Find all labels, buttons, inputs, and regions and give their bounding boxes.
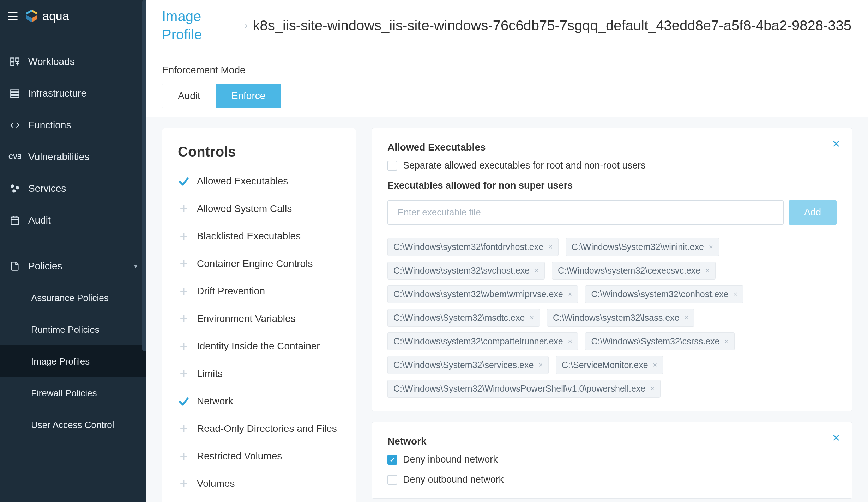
nav-vulnerabilities[interactable]: CVƎ Vulnerabilities	[0, 141, 146, 173]
plus-icon: +	[178, 450, 190, 462]
remove-tag-icon[interactable]: ×	[653, 361, 657, 369]
remove-tag-icon[interactable]: ×	[650, 385, 655, 393]
deny-outbound-checkbox[interactable]	[387, 475, 397, 485]
tag-text: C:\Windows\system32\compattelrunner.exe	[393, 336, 563, 347]
executable-tag: C:\Windows\System32\msdtc.exe×	[387, 309, 540, 327]
control-label: Allowed Executables	[197, 176, 288, 187]
control-label: Container Engine Controls	[197, 258, 313, 269]
card-title: Allowed Executables	[387, 142, 837, 153]
control-item[interactable]: +Blacklisted Executables	[178, 230, 340, 242]
control-item[interactable]: Allowed Executables	[178, 175, 340, 187]
sidebar: aqua Workloads Infrastructure Functions …	[0, 0, 146, 502]
subnav-image-profiles[interactable]: Image Profiles	[0, 345, 146, 377]
remove-tag-icon[interactable]: ×	[705, 267, 710, 275]
executable-tag: C:\Windows\System32\csrss.exe×	[585, 332, 735, 350]
separate-root-checkbox[interactable]	[387, 161, 397, 171]
nav-infrastructure[interactable]: Infrastructure	[0, 78, 146, 109]
tag-text: C:\ServiceMonitor.exe	[562, 360, 648, 370]
executable-tag: C:\ServiceMonitor.exe×	[556, 356, 663, 374]
nav-services[interactable]: Services	[0, 173, 146, 204]
sidebar-scrollbar[interactable]	[142, 0, 146, 351]
workloads-icon	[9, 56, 20, 67]
remove-tag-icon[interactable]: ×	[568, 337, 572, 345]
control-label: Environment Variables	[197, 313, 296, 324]
control-label: Limits	[197, 368, 223, 379]
executable-tag: C:\Windows\system32\lsass.exe×	[547, 309, 694, 327]
remove-tag-icon[interactable]: ×	[538, 361, 543, 369]
chevron-down-icon: ▾	[134, 262, 137, 270]
breadcrumb-root[interactable]: Image Profile	[162, 7, 240, 44]
control-item[interactable]: +Container Engine Controls	[178, 258, 340, 270]
audit-mode-button[interactable]: Audit	[162, 84, 216, 108]
remove-tag-icon[interactable]: ×	[530, 314, 534, 322]
deny-outbound-label: Deny outbound network	[403, 474, 504, 485]
plus-icon: +	[178, 368, 190, 380]
control-item[interactable]: +Volumes	[178, 478, 340, 490]
plus-icon: +	[178, 340, 190, 352]
executable-tag: C:\Windows\system32\compattelrunner.exe×	[387, 332, 578, 350]
control-label: Allowed System Calls	[197, 203, 292, 214]
control-item[interactable]: +Read-Only Directories and Files	[178, 423, 340, 435]
close-icon[interactable]: ✕	[832, 138, 840, 150]
remove-tag-icon[interactable]: ×	[535, 267, 539, 275]
nav-functions[interactable]: Functions	[0, 109, 146, 141]
brand-logo[interactable]: aqua	[25, 9, 69, 23]
close-icon[interactable]: ✕	[832, 432, 840, 444]
remove-tag-icon[interactable]: ×	[733, 290, 737, 298]
nav-audit[interactable]: Audit	[0, 204, 146, 236]
executable-tag: C:\Windows\system32\conhost.exe×	[585, 285, 743, 303]
svg-point-13	[12, 189, 16, 192]
infrastructure-icon	[9, 88, 20, 99]
control-item[interactable]: +Limits	[178, 368, 340, 380]
separate-root-row: Separate allowed executables for root an…	[387, 160, 837, 171]
control-label: Restricted Volumes	[197, 451, 282, 462]
controls-panel: Controls Allowed Executables+Allowed Sys…	[162, 128, 356, 502]
logo-cube-icon	[25, 9, 39, 23]
remove-tag-icon[interactable]: ×	[709, 243, 713, 251]
control-item[interactable]: +Drift Prevention	[178, 285, 340, 297]
remove-tag-icon[interactable]: ×	[724, 337, 729, 345]
control-item[interactable]: +Allowed System Calls	[178, 203, 340, 215]
control-item[interactable]: +Identity Inside the Container	[178, 340, 340, 352]
svg-rect-10	[11, 96, 19, 98]
tag-text: C:\Windows\system32\conhost.exe	[591, 289, 728, 299]
nav-policies[interactable]: Policies ▾	[0, 250, 146, 282]
add-button[interactable]: Add	[789, 200, 837, 225]
control-item[interactable]: +Environment Variables	[178, 313, 340, 325]
subnav-runtime-policies[interactable]: Runtime Policies	[0, 314, 146, 345]
menu-icon[interactable]	[8, 12, 18, 20]
vulnerabilities-icon: CVƎ	[9, 151, 20, 163]
enforcement-mode-label: Enforcement Mode	[162, 65, 852, 76]
tag-text: C:\Windows\System32\WindowsPowerShell\v1…	[393, 384, 645, 394]
enforce-mode-button[interactable]: Enforce	[216, 84, 281, 108]
plus-icon: +	[178, 313, 190, 325]
functions-icon	[9, 120, 20, 131]
executable-tag: C:\Windows\System32\WindowsPowerShell\v1…	[387, 380, 661, 398]
allowed-executables-card: ✕ Allowed Executables Separate allowed e…	[372, 128, 852, 411]
control-label: Read-Only Directories and Files	[197, 423, 337, 434]
nav-label: Audit	[28, 215, 51, 226]
svg-rect-9	[11, 93, 19, 95]
deny-inbound-checkbox[interactable]	[387, 455, 397, 465]
remove-tag-icon[interactable]: ×	[548, 243, 553, 251]
network-card: ✕ Network Deny inbound network Deny outb…	[372, 422, 852, 499]
control-label: Drift Prevention	[197, 286, 265, 297]
nav-label: Services	[28, 183, 66, 194]
svg-point-12	[16, 186, 19, 189]
executable-tag: C:\Windows\system32\svchost.exe×	[387, 262, 545, 280]
executable-input-row: Add	[387, 200, 837, 225]
control-item[interactable]: +Restricted Volumes	[178, 450, 340, 462]
subnav-assurance-policies[interactable]: Assurance Policies	[0, 282, 146, 314]
control-item[interactable]: Network	[178, 395, 340, 407]
policies-icon	[9, 261, 20, 272]
executable-input[interactable]	[387, 200, 784, 225]
deny-inbound-row: Deny inbound network	[387, 454, 837, 465]
svg-point-11	[11, 184, 14, 188]
services-icon	[9, 183, 20, 194]
remove-tag-icon[interactable]: ×	[568, 290, 572, 298]
plus-icon: +	[178, 285, 190, 297]
remove-tag-icon[interactable]: ×	[684, 314, 688, 322]
subnav-user-access-control[interactable]: User Access Control	[0, 409, 146, 441]
nav-workloads[interactable]: Workloads	[0, 46, 146, 78]
subnav-firewall-policies[interactable]: Firewall Policies	[0, 377, 146, 409]
